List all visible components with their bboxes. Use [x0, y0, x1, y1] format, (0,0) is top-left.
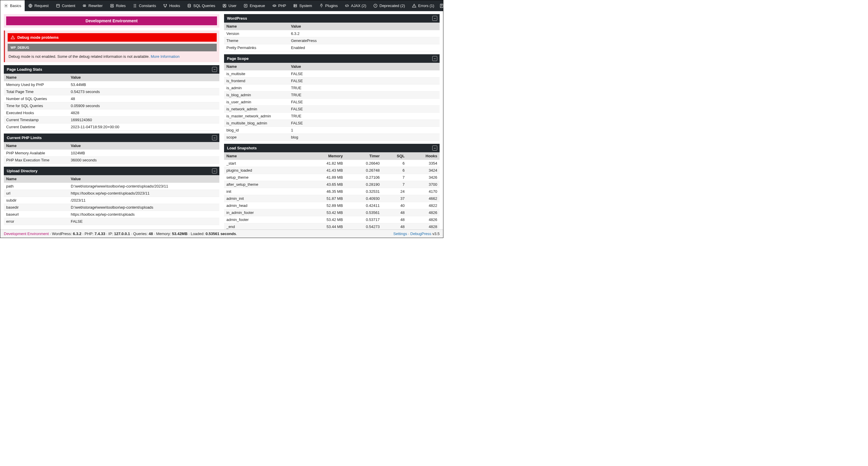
- svg-rect-3: [85, 5, 86, 6]
- tab-roles[interactable]: Roles: [106, 0, 129, 11]
- page-loading-table: Name Value Memory Used by PHP53.44MBTota…: [4, 74, 219, 131]
- svg-point-11: [224, 5, 225, 6]
- table-row: blog_id1: [224, 127, 440, 134]
- table-row: is_frontendFALSE: [224, 77, 440, 85]
- panel-title: Page Scope: [227, 56, 249, 61]
- table-row: errorFALSE: [4, 218, 219, 225]
- footer-right: Settings · DebugPress v3.5: [393, 232, 440, 236]
- table-row: baseurlhttps://toolbox.wp/wp-content/upl…: [4, 211, 219, 218]
- table-row: admin_init51.87 MB0.40930374662: [224, 195, 440, 202]
- tab-plugins[interactable]: Plugins: [316, 0, 341, 11]
- collapse-icon[interactable]: −: [432, 145, 437, 151]
- col-hooks: Hooks: [407, 152, 440, 160]
- collapse-icon[interactable]: −: [212, 135, 217, 140]
- table-row: urlhttps://toolbox.wp/wp-content/uploads…: [4, 190, 219, 197]
- main-content: Development Environment Debug mode probl…: [0, 11, 443, 230]
- col-value: Value: [289, 23, 440, 30]
- wp-debug-tag: WP_DEBUG: [8, 44, 217, 52]
- col-value: Value: [289, 63, 440, 70]
- php-limits-table: Name Value PHP Memory Available1024MBPHP…: [4, 142, 219, 164]
- table-row: is_adminTRUE: [224, 85, 440, 92]
- top-tab-bar: BasicsRequestContentRewriterRolesConstan…: [0, 0, 443, 11]
- table-row: Total Page Time0.54273 seconds: [4, 88, 219, 95]
- collapse-icon[interactable]: −: [432, 56, 437, 61]
- col-timer: Timer: [345, 152, 382, 160]
- table-row: in_admin_footer53.42 MB0.53561484826: [224, 209, 440, 216]
- panel-wordpress: WordPress − Name Value Version6.3.2Theme…: [224, 14, 440, 52]
- tab-sql-queries[interactable]: SQL Queries: [184, 0, 219, 11]
- col-value: Value: [68, 74, 219, 81]
- table-row: Number of SQL Queries48: [4, 95, 219, 102]
- col-name: Name: [4, 142, 68, 149]
- panel-php-limits: Current PHP Limits − Name Value PHP Memo…: [4, 134, 219, 164]
- svg-point-0: [6, 5, 7, 6]
- table-row: _start41.82 MB0.2664063354: [224, 160, 440, 167]
- panel-page-scope: Page Scope − Name Value is_multisiteFALS…: [224, 54, 440, 141]
- debug-problems-header: Debug mode problems: [8, 33, 217, 42]
- page-scope-table: Name Value is_multisiteFALSEis_frontendF…: [224, 63, 440, 141]
- settings-link[interactable]: Settings: [393, 232, 407, 236]
- svg-point-6: [164, 4, 165, 5]
- table-row: Memory Used by PHP53.44MB: [4, 81, 219, 88]
- snapshots-table: Name Memory Timer SQL Hooks _start41.82 …: [224, 152, 440, 230]
- col-name: Name: [4, 175, 68, 183]
- col-name: Name: [4, 74, 68, 81]
- table-row: is_user_adminFALSE: [224, 99, 440, 106]
- table-row: Version6.3.2: [224, 30, 440, 37]
- environment-banner: Development Environment: [6, 16, 217, 25]
- svg-point-17: [294, 6, 295, 7]
- svg-rect-15: [294, 6, 297, 7]
- table-row: admin_footer53.42 MB0.53717484826: [224, 216, 440, 223]
- table-row: after_setup_theme43.65 MB0.2819073700: [224, 181, 440, 188]
- upload-dir-table: Name Value pathD:\web\storage\www\toolbo…: [4, 175, 219, 225]
- table-row: is_master_network_adminTRUE: [224, 113, 440, 120]
- col-name: Name: [224, 152, 303, 160]
- table-row: _end53.44 MB0.54273484828: [224, 223, 440, 230]
- toolbar-tools: [438, 0, 443, 11]
- table-row: init46.35 MB0.32531244170: [224, 188, 440, 195]
- col-value: Value: [68, 142, 219, 149]
- tab-request[interactable]: Request: [25, 0, 52, 11]
- panel-upload-dir: Upload Directory − Name Value pathD:\web…: [4, 167, 219, 225]
- tab-user[interactable]: User: [219, 0, 240, 11]
- table-row: is_multisiteFALSE: [224, 70, 440, 77]
- warning-icon: [10, 35, 15, 40]
- tab-errors-1-[interactable]: Errors (1): [408, 0, 438, 11]
- file-icon[interactable]: [438, 2, 443, 10]
- panel-title: Upload Directory: [7, 169, 38, 173]
- tab-system[interactable]: System: [289, 0, 315, 11]
- tab-content[interactable]: Content: [52, 0, 79, 11]
- svg-rect-14: [294, 4, 297, 6]
- tab-enqueue[interactable]: Enqueue: [240, 0, 269, 11]
- tab-hooks[interactable]: Hooks: [159, 0, 184, 11]
- collapse-icon[interactable]: −: [432, 16, 437, 21]
- col-memory: Memory: [303, 152, 345, 160]
- col-name: Name: [224, 63, 289, 70]
- tab-deprecated-2-[interactable]: Deprecated (2): [370, 0, 408, 11]
- footer-env: Development Environment: [4, 232, 49, 236]
- tab-constants[interactable]: Constants: [129, 0, 160, 11]
- svg-point-16: [294, 5, 295, 5]
- tab-php[interactable]: PHP: [269, 0, 290, 11]
- table-row: is_blog_adminTRUE: [224, 92, 440, 99]
- tab-rewriter[interactable]: Rewriter: [79, 0, 106, 11]
- table-row: setup_theme41.89 MB0.2710673426: [224, 174, 440, 181]
- table-row: Pretty PermalinksEnabled: [224, 44, 440, 52]
- table-row: ThemeGeneratePress: [224, 37, 440, 44]
- brand-link[interactable]: DebugPress: [410, 232, 431, 236]
- collapse-icon[interactable]: −: [212, 168, 217, 173]
- col-sql: SQL: [382, 152, 407, 160]
- svg-point-7: [166, 4, 167, 5]
- table-row: PHP Max Execution Time36000 seconds: [4, 157, 219, 164]
- right-column: WordPress − Name Value Version6.3.2Theme…: [224, 14, 440, 227]
- tab-basics[interactable]: Basics: [0, 0, 25, 11]
- table-row: pathD:\web\storage\www\toolbox\wp-conten…: [4, 183, 219, 190]
- tab-ajax-2-[interactable]: AJAX (2): [341, 0, 370, 11]
- more-information-link[interactable]: More Information: [151, 54, 179, 59]
- status-footer: Development Environment · WordPress: 6.3…: [0, 230, 443, 238]
- panel-snapshots: Load Snapshots − Name Memory Timer SQL H…: [224, 144, 440, 230]
- svg-point-9: [188, 4, 191, 5]
- collapse-icon[interactable]: −: [212, 67, 217, 72]
- svg-rect-2: [83, 5, 84, 6]
- table-row: is_multisite_blog_adminFALSE: [224, 120, 440, 127]
